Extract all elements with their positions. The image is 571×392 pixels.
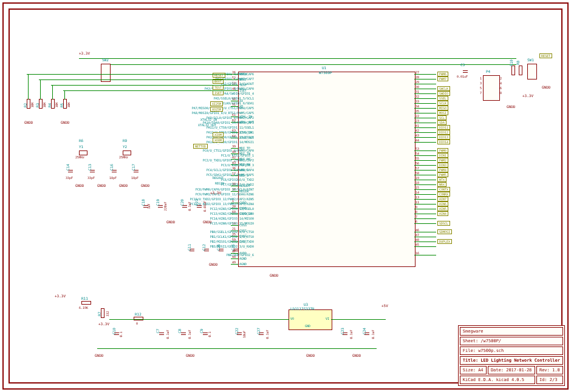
- r5-val: 10K: [67, 102, 70, 107]
- c8-ref: C8: [177, 329, 182, 333]
- pwr-5v: +5V: [381, 303, 388, 308]
- c24-ref: C24: [362, 328, 366, 334]
- lbl-regout: REGOUT: [213, 176, 224, 180]
- lbl-xtal32in: XTAL32_IN: [200, 118, 217, 121]
- c7-val: 0.1uF: [166, 329, 169, 339]
- pwr-3v3-top: +3.3V: [79, 51, 90, 55]
- u3-ref: U3: [304, 302, 308, 306]
- p4-7: 7: [480, 91, 482, 95]
- r9-ref: R9: [123, 138, 127, 143]
- c23-val: 0.1uF: [349, 329, 353, 339]
- c12-ref: C12: [202, 244, 206, 251]
- c8-val: 0.1uF: [188, 329, 191, 339]
- gnd-reg: GNDD: [166, 220, 175, 224]
- y1-ref: Y1: [79, 144, 83, 149]
- p4-5: 5: [480, 86, 482, 90]
- c3-val: 0.01uF: [457, 75, 468, 78]
- r11-ref: R11: [81, 296, 88, 300]
- tb-kicad: KiCad E.D.A. kicad 4.0.5: [460, 376, 535, 384]
- pwr-3v3-a: +3.3V: [98, 322, 109, 326]
- res-r12: [134, 317, 143, 320]
- tb-sheet: Sheet: /w7500P/: [460, 337, 563, 345]
- tag-xi25m: XI25M: [210, 101, 223, 106]
- c23-ref: C23: [340, 328, 344, 334]
- c20-val: 0.1uF: [188, 201, 191, 211]
- tb-rev: Rev: 1.0: [536, 366, 563, 374]
- c10-ref: C10: [112, 328, 116, 334]
- r7-val: 332: [106, 311, 109, 316]
- w4: [63, 90, 238, 91]
- schematic-page: U1 W7500P 26RSTN52BOOT12TEST46ISET50XI51…: [0, 0, 571, 392]
- gnd-xtal4: GNDD: [141, 183, 149, 188]
- r3-val: 10K: [43, 102, 46, 107]
- p4-1: 1: [480, 76, 482, 80]
- p4-3: 3: [480, 81, 482, 85]
- wv2: [40, 79, 41, 100]
- c27-ref: C27: [256, 328, 261, 334]
- wire-3v3-bot: [109, 319, 289, 320]
- gnd-r: GNDD: [24, 120, 33, 124]
- r5-ref: R5: [60, 103, 64, 107]
- tb-date: Date: 2017-01-28: [488, 366, 535, 374]
- wv4: [64, 90, 65, 100]
- y2-val: 25MHz: [119, 155, 128, 159]
- gnd-sw1: GNDD: [542, 85, 550, 89]
- c19-ref: C19: [156, 199, 160, 206]
- tb-id: Id: 2/3: [536, 376, 563, 384]
- c18-val: 1uF: [147, 203, 151, 209]
- tag-nettod: NETTOD: [193, 144, 208, 149]
- tag-test: TEST: [213, 85, 224, 90]
- c24-val: 0.1uF: [371, 329, 375, 339]
- res-r8: [519, 66, 522, 75]
- gnd-p4: GNDD: [507, 104, 515, 109]
- r2-ref: R2: [23, 103, 27, 107]
- c7-ref: C7: [156, 329, 160, 333]
- res-r10: [511, 66, 515, 75]
- r2-val: 10K: [30, 102, 34, 107]
- res-r11: [81, 301, 91, 305]
- xtal-y1: [79, 150, 87, 155]
- c10-val: 0.1: [119, 331, 123, 337]
- c9-val: 0.1: [208, 331, 211, 337]
- tag-iset: ISET: [213, 90, 224, 95]
- p4-8: 8: [500, 91, 502, 95]
- tag-xo8m: XO8M: [213, 138, 224, 143]
- gnd-bot3: GNDD: [306, 353, 315, 357]
- tb-company: Smegware: [460, 327, 563, 336]
- gnd-reg2: GNDD: [203, 220, 211, 224]
- wv1: [28, 74, 29, 100]
- w2: [39, 79, 238, 80]
- wire-5v-bot: [331, 319, 386, 320]
- r7-ref: R7: [97, 312, 101, 316]
- u3-vo: VO: [290, 317, 294, 320]
- p4-2: 2: [500, 76, 502, 80]
- u3-vi: VI: [326, 317, 329, 320]
- ic-part: W7500P: [319, 70, 332, 75]
- r10-ref: R10: [509, 59, 513, 66]
- c20-ref: C20: [180, 199, 184, 206]
- tb-title: Title: LED Lighting Network Controller: [460, 356, 563, 365]
- tag-xo25m: XO25M: [210, 107, 223, 112]
- gnd-bot4: GNDD: [352, 353, 361, 357]
- gnd-xtal3: GNDD: [119, 183, 128, 188]
- r3-ref: R3: [35, 103, 39, 107]
- r8-ref: R8: [516, 61, 520, 65]
- gnd-xtal2: GNDD: [97, 183, 106, 188]
- c18-ref: C18: [141, 199, 145, 206]
- gnd-bot2: GNDD: [186, 353, 194, 357]
- r11-val: 6.19K: [79, 306, 88, 309]
- c27-val: 0.1uF: [265, 329, 269, 339]
- tb-size: Size: A4: [460, 366, 487, 374]
- u3-gnd: GND: [305, 324, 310, 328]
- tb-file: File: w7500p.sch: [460, 346, 563, 355]
- ic-ref: U1: [322, 66, 326, 70]
- pwr-3v3-out: +3.3V: [55, 294, 66, 298]
- pwr-3v3-mid: +3.3V: [210, 191, 221, 195]
- r6-ref: R6: [79, 138, 83, 143]
- c26-ref: C26: [231, 244, 235, 251]
- wire-gnd-bot: [97, 348, 377, 349]
- gnd-xtal1: GNDD: [75, 183, 84, 188]
- sw2-ref: SW2: [102, 58, 109, 62]
- gnd-u1bot: GNDD: [270, 273, 278, 277]
- w3: [51, 85, 238, 86]
